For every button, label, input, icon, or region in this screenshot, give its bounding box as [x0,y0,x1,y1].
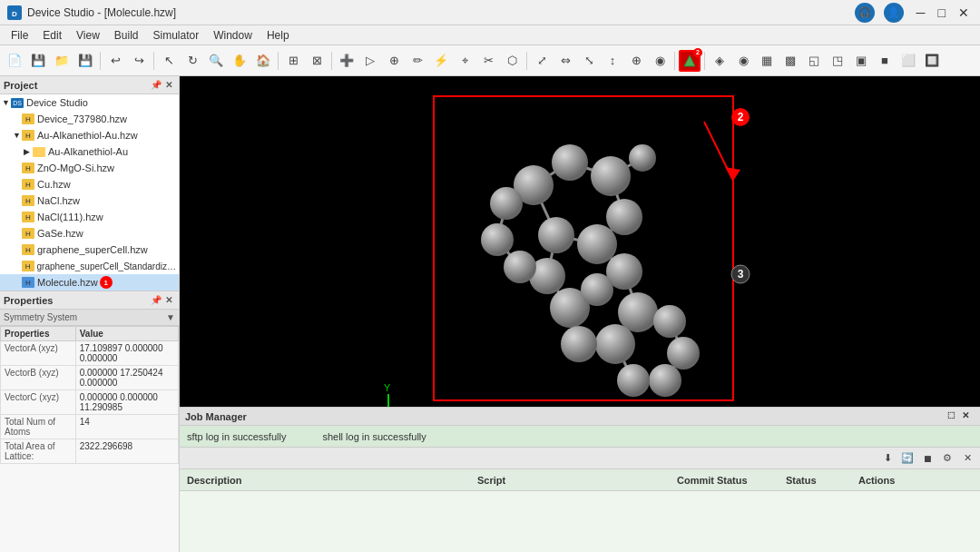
atom9-button[interactable]: ⬜ [897,50,919,72]
tool4-button[interactable]: ✏ [407,50,428,72]
col-value: Value [75,327,178,341]
tool8-button[interactable]: ⬡ [501,50,523,72]
atom2-button[interactable]: ◉ [732,50,754,72]
properties-panel: Properties 📌 ✕ Symmetry System ▼ Propert… [0,291,179,552]
sep2 [153,52,154,70]
tool2-button[interactable]: ▷ [359,50,381,72]
menu-simulator[interactable]: Simulator [146,27,207,44]
tree-item-graphene-std[interactable]: H graphene_superCell_StandardizeC... [0,258,179,274]
grid1-button[interactable]: ⊞ [282,50,304,72]
tool13-button[interactable]: ⊕ [625,50,647,72]
atom3-button[interactable]: ▦ [756,50,778,72]
atom5-button[interactable]: ◱ [803,50,825,72]
job-delete-btn[interactable]: ✕ [958,450,976,467]
atom7-button[interactable]: ▣ [850,50,872,72]
move-button[interactable]: ✋ [229,50,250,72]
project-close-btn[interactable]: ✕ [162,79,175,92]
sep1 [100,52,101,70]
tool14-button[interactable]: ◉ [649,50,671,72]
tool1-button[interactable]: ➕ [336,50,358,72]
properties-subheader: Symmetry System ▼ [0,310,179,326]
properties-title: Properties [4,295,150,306]
tree-item-device[interactable]: H Device_737980.hzw [0,111,179,127]
project-pin-btn[interactable]: 📌 [150,79,162,92]
tool10-button[interactable]: ⇔ [554,50,576,72]
tree-item-molecule[interactable]: H Molecule.hzw 1 [0,274,179,291]
new-button[interactable]: 📄 [4,50,25,72]
tool11-button[interactable]: ⤡ [578,50,600,72]
folder-icon-au [33,147,45,157]
menu-help[interactable]: Help [260,27,297,44]
tool6-button[interactable]: ⌖ [454,50,475,72]
atom4-button[interactable]: ▩ [779,50,801,72]
svg-point-32 [606,199,642,235]
redo-button[interactable]: ↪ [128,50,150,72]
tree-root[interactable]: ▼ DS Device Studio [0,94,179,111]
tree-label-graphene-std: graphene_superCell_StandardizeC... [37,261,179,271]
save2-button[interactable]: 💾 [74,50,96,72]
zoom-button[interactable]: 🔍 [205,50,227,72]
tree-item-au[interactable]: ▼ H Au-Alkanethiol-Au.hzw [0,127,179,143]
prop-atoms-label: Total Num of Atoms [1,415,76,439]
undo-button[interactable]: ↩ [104,50,126,72]
tool3-button[interactable]: ⊕ [383,50,405,72]
tree-item-gase[interactable]: H GaSe.hzw [0,225,179,242]
minimize-button[interactable]: ─ [913,5,929,20]
menu-edit[interactable]: Edit [35,27,69,44]
viewport[interactable]: 2 3 X Y Z [180,76,980,407]
highlighted-button[interactable]: 2 [679,50,701,72]
tree-label-zno: ZnO-MgO-Si.hzw [37,163,114,173]
restore-button[interactable]: □ [935,5,949,20]
svg-point-46 [653,305,686,338]
job-download-btn[interactable]: ⬇ [878,450,897,467]
atom6-button[interactable]: ◳ [827,50,848,72]
menu-build[interactable]: Build [107,27,146,44]
job-refresh-btn[interactable]: 🔄 [898,450,916,467]
tool5-button[interactable]: ⚡ [430,50,452,72]
headset-icon[interactable]: 🎧 [855,3,875,23]
save-button[interactable]: 💾 [27,50,49,72]
menu-view[interactable]: View [69,27,107,44]
prop-vectora-label: VectorA (xyz) [1,341,76,366]
folder-icon: DS [11,98,24,108]
tree-item-label: Device Studio [26,97,88,108]
tool12-button[interactable]: ↕ [602,50,623,72]
properties-pin-btn[interactable]: 📌 [150,294,162,307]
user-icon[interactable]: 👤 [884,3,904,23]
atom10-button[interactable]: 🔲 [921,50,943,72]
tree-item-nacl111[interactable]: H NaCl(111).hzw [0,209,179,225]
tree-item-nacl[interactable]: H NaCl.hzw [0,192,179,209]
sep7 [704,52,705,70]
col-status: Status [786,475,858,486]
tree-item-au-folder[interactable]: ▶ Au-Alkanethiol-Au [0,143,179,160]
arrow-au: ▼ [13,131,22,140]
sep3 [278,52,279,70]
job-close-btn[interactable]: ✕ [962,410,975,423]
open-button[interactable]: 📁 [51,50,73,72]
job-stop-btn[interactable]: ⏹ [918,450,936,467]
svg-text:Y: Y [384,382,391,393]
tool7-button[interactable]: ✂ [477,50,499,72]
atom8-button[interactable]: ■ [874,50,896,72]
rotate-button[interactable]: ↻ [181,50,203,72]
grid2-button[interactable]: ⊠ [306,50,328,72]
tree-item-cu[interactable]: H Cu.hzw [0,176,179,192]
symmetry-dropdown[interactable]: ▼ [166,312,175,322]
tree-label-nacl111: NaCl(111).hzw [37,212,103,222]
tree-item-zno[interactable]: H ZnO-MgO-Si.hzw [0,160,179,176]
home-button[interactable]: 🏠 [252,50,274,72]
close-button[interactable]: ✕ [955,5,973,20]
center-area: 2 3 X Y Z [180,76,980,552]
job-settings-btn[interactable]: ⚙ [938,450,956,467]
job-float-btn[interactable]: ⬚ [947,410,960,423]
menu-file[interactable]: File [4,27,35,44]
arrow-au-folder: ▶ [24,147,33,156]
menu-window[interactable]: Window [206,27,260,44]
sftp-status: sftp log in successfully [187,431,286,442]
tree-item-graphene[interactable]: H graphene_superCell.hzw [0,242,179,258]
atom1-button[interactable]: ◈ [709,50,730,72]
tool9-button[interactable]: ⤢ [531,50,553,72]
properties-close-btn[interactable]: ✕ [162,294,175,307]
select-button[interactable]: ↖ [158,50,180,72]
molecule-canvas: 2 3 X Y Z [180,76,980,407]
